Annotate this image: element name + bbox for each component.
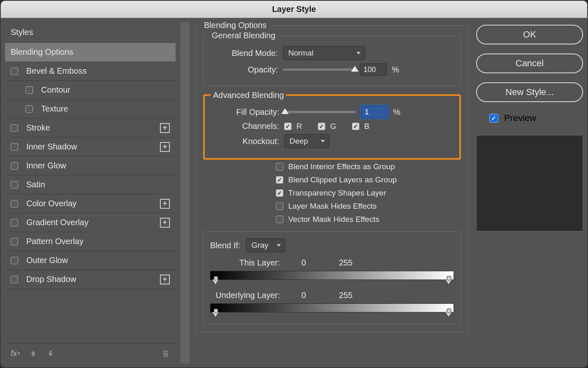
checkbox-inner-shadow[interactable] [11,143,18,151]
checkbox-inner-glow[interactable] [11,162,18,170]
checkbox-bevel-emboss[interactable] [11,68,18,75]
checkbox-satin[interactable] [11,181,18,189]
checkbox-pattern-overlay[interactable] [11,238,18,245]
fill-opacity-slider-thumb[interactable] [281,108,289,114]
channel-g-checkbox[interactable] [318,123,325,130]
underlying-handle-hi[interactable] [445,312,452,317]
vector-mask-hides-checkbox[interactable] [276,216,283,223]
opacity-slider[interactable] [283,68,355,71]
preview-checkbox[interactable] [489,114,498,123]
sidebar-item-pattern-overlay[interactable]: Pattern Overlay [5,232,176,251]
up-arrow-icon[interactable] [30,350,37,357]
sidebar-item-stroke[interactable]: Stroke + [5,119,176,137]
underlying-hi: 255 [339,291,352,300]
sidebar-item-label: Drop Shadow [26,275,76,284]
blending-options-legend: Blending Options [201,21,269,30]
sidebar-item-label: Pattern Overlay [26,237,83,246]
underlying-layer-label: Underlying Layer: [210,291,280,300]
vector-mask-hides-label: Vector Mask Hides Effects [288,215,379,224]
sidebar-header: Styles [5,22,176,43]
sidebar-item-label: Outer Glow [26,256,68,265]
blend-clipped-checkbox[interactable] [276,176,283,184]
transparency-shapes-checkbox[interactable] [276,189,283,197]
sidebar-item-outer-glow[interactable]: Outer Glow [5,251,176,270]
blend-if-value: Gray [251,241,268,250]
down-arrow-icon[interactable] [47,350,54,357]
blend-mode-value: Normal [288,49,313,58]
sidebar-item-label: Satin [26,180,45,189]
main-panel: Blending Options General Blending Blend … [194,22,472,363]
opacity-slider-thumb[interactable] [351,66,359,72]
sidebar-item-bevel-emboss[interactable]: Bevel & Emboss [5,62,176,81]
layer-mask-hides-label: Layer Mask Hides Effects [288,202,377,211]
checkbox-texture[interactable] [25,105,33,113]
channel-b-label: B [364,122,370,131]
styles-list: Styles Blending Options Bevel & Emboss C… [5,22,176,343]
underlying-handle-lo[interactable] [212,312,219,317]
sidebar-item-label: Stroke [26,123,50,133]
sidebar-item-label: Inner Glow [26,161,66,170]
sidebar-item-drop-shadow[interactable]: Drop Shadow + [5,270,176,289]
this-layer-handle-hi[interactable] [445,279,452,284]
sidebar-item-label: Bevel & Emboss [26,66,87,76]
underlying-layer-gradient[interactable] [210,303,454,312]
add-gradient-overlay-icon[interactable]: + [160,218,170,228]
add-inner-shadow-icon[interactable]: + [160,142,170,152]
ok-button[interactable]: OK [476,25,583,44]
sidebar-item-satin[interactable]: Satin [5,175,176,194]
sidebar-scrollbar[interactable] [180,22,190,363]
checkbox-color-overlay[interactable] [11,200,18,207]
percent-label: % [393,107,400,117]
this-layer-gradient[interactable] [210,271,454,280]
sidebar-item-inner-shadow[interactable]: Inner Shadow + [5,137,176,156]
new-style-button[interactable]: New Style... [476,82,583,102]
sidebar-item-label: Blending Options [11,47,73,57]
layer-style-dialog: Layer Style Styles Blending Options Beve… [0,0,588,368]
blend-interior-checkbox[interactable] [276,163,283,170]
blending-options-group: Blending Options General Blending Blend … [195,26,469,332]
blend-if-select[interactable]: Gray [246,238,285,252]
blend-mode-label: Blend Mode: [210,49,278,58]
channel-r-checkbox[interactable] [284,123,292,130]
sidebar-item-contour[interactable]: Contour [5,81,176,100]
preview-toggle[interactable]: Preview [489,113,583,123]
sidebar-item-color-overlay[interactable]: Color Overlay + [5,194,176,213]
fill-opacity-slider[interactable] [284,111,356,113]
preview-swatch [476,135,583,231]
sidebar-item-label: Inner Shadow [26,142,77,151]
sidebar-item-texture[interactable]: Texture [5,100,176,119]
checkbox-outer-glow[interactable] [11,257,18,264]
layer-mask-hides-checkbox[interactable] [276,203,283,210]
checkbox-gradient-overlay[interactable] [11,219,18,226]
sidebar-footer: fx▾ [5,343,176,363]
underlying-lo: 0 [301,291,306,300]
fill-opacity-input[interactable]: 1 [361,106,388,118]
fx-menu-icon[interactable]: fx▾ [11,349,20,358]
cancel-button[interactable]: Cancel [476,54,583,73]
opacity-input[interactable]: 100 [360,63,387,76]
checkbox-stroke[interactable] [11,124,18,132]
checkbox-drop-shadow[interactable] [11,276,18,283]
sidebar-header-label: Styles [11,28,33,37]
knockout-select[interactable]: Deep [284,134,329,148]
add-color-overlay-icon[interactable]: + [160,199,170,209]
sidebar-item-blending-options[interactable]: Blending Options [5,43,176,62]
window-title: Layer Style [272,5,316,14]
add-stroke-icon[interactable]: + [160,123,170,133]
window-titlebar: Layer Style [1,1,587,18]
knockout-value: Deep [289,137,308,146]
sidebar-item-inner-glow[interactable]: Inner Glow [5,156,176,175]
blend-interior-label: Blend Interior Effects as Group [288,162,395,171]
blend-mode-select[interactable]: Normal [283,46,365,60]
this-layer-handle-lo[interactable] [212,279,219,284]
checkbox-contour[interactable] [25,86,33,94]
this-layer-hi: 255 [339,258,352,268]
channels-label: Channels: [211,121,279,131]
transparency-shapes-label: Transparency Shapes Layer [288,189,386,198]
preview-label: Preview [504,113,536,123]
dialog-body: Styles Blending Options Bevel & Emboss C… [1,18,587,367]
sidebar-item-gradient-overlay[interactable]: Gradient Overlay + [5,213,176,232]
channel-b-checkbox[interactable] [352,123,359,130]
trash-icon[interactable] [162,349,170,358]
add-drop-shadow-icon[interactable]: + [160,275,170,284]
